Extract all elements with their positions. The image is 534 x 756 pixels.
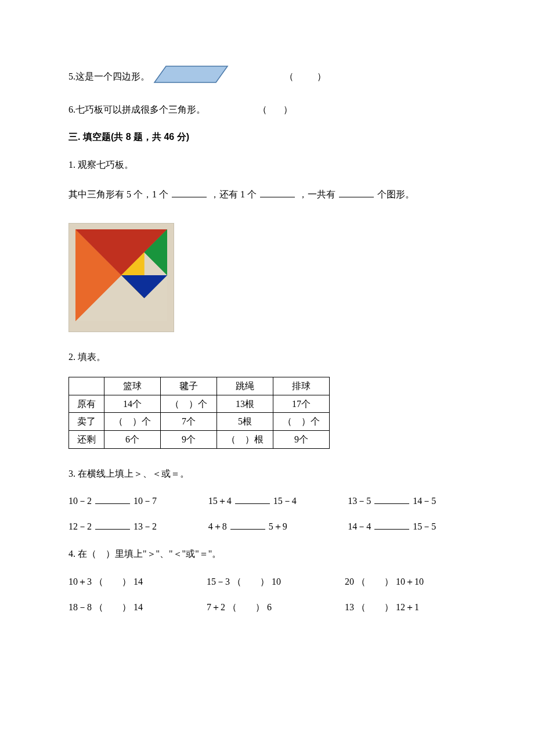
rhs: 15－4 <box>273 496 297 506</box>
q-number: 5. <box>68 69 75 84</box>
compare-item: 12－2 13－2 <box>68 519 186 534</box>
q-text: 这是一个四边形。 <box>75 69 150 84</box>
q-number: 4. <box>68 549 75 559</box>
lhs: 15＋4 <box>208 496 232 506</box>
lhs: 4＋8 <box>208 521 227 531</box>
table-row: 原有 14个 （ ）个 13根 17个 <box>69 395 330 413</box>
q-text: 七巧板可以拼成很多个三角形。 <box>75 102 205 117</box>
q-number: 3. <box>68 469 75 478</box>
q-number: 1. <box>68 160 75 170</box>
paren-right: ） <box>283 102 293 117</box>
q-text: 观察七巧板。 <box>78 160 134 170</box>
fill-blank[interactable] <box>95 520 130 530</box>
q-text: 在（ ）里填上"＞"、"＜"或"＝"。 <box>78 549 221 559</box>
fill-blank[interactable] <box>230 520 265 530</box>
paren-blank[interactable]: （ ） <box>94 602 131 612</box>
lhs: 10＋3 <box>68 577 92 586</box>
table-cell: 7个 <box>161 413 217 431</box>
table-cell[interactable]: （ ）个 <box>161 395 217 413</box>
compare-item: 4＋8 5＋9 <box>208 519 326 534</box>
compare-item: 15＋4 15－4 <box>208 494 326 509</box>
q-text-part: 其中三角形有 5 个，1 个 <box>68 189 168 199</box>
fill-q2-title: 2. 填表。 <box>68 350 466 365</box>
rhs: 10 <box>272 577 281 586</box>
table-cell[interactable]: （ ）个 <box>273 413 330 431</box>
compare-item: 14－4 15－5 <box>348 519 466 534</box>
fill-blank[interactable] <box>172 188 207 197</box>
paren-blank[interactable]: （ ） <box>94 577 131 586</box>
table-cell: 毽子 <box>161 377 217 395</box>
fill-blank[interactable] <box>95 494 130 504</box>
tangram-image <box>68 223 174 332</box>
paren-blank[interactable]: （ ） <box>356 602 394 612</box>
svg-marker-0 <box>154 66 228 82</box>
fill-blank[interactable] <box>235 494 270 504</box>
q-number: 6. <box>68 102 75 117</box>
trapezoid-icon <box>153 64 229 89</box>
table-cell: 13根 <box>217 395 273 413</box>
table-cell[interactable]: （ ）个 <box>104 413 161 431</box>
table-cell: 排球 <box>273 377 330 395</box>
compare-item: 10－2 10－7 <box>68 494 186 509</box>
fill-q1-sentence: 其中三角形有 5 个，1 个 ，还有 1 个 ，一共有 个图形。 <box>68 187 466 202</box>
compare-item: 13 （ ） 12＋1 <box>345 600 466 615</box>
table-cell: 卖了 <box>69 413 104 431</box>
lhs: 18－8 <box>68 602 92 612</box>
paren-left: （ <box>284 69 294 84</box>
compare-item: 13－5 14－5 <box>348 494 466 509</box>
q-text: 填表。 <box>78 352 106 362</box>
fill-blank[interactable] <box>374 520 409 530</box>
q-text-part: ，一共有 <box>298 189 335 199</box>
table-cell: 14个 <box>104 395 161 413</box>
compare-item: 20 （ ） 10＋10 <box>345 574 466 589</box>
paren-right: ） <box>317 69 326 84</box>
table-cell: 篮球 <box>104 377 161 395</box>
rhs: 5＋9 <box>269 521 287 531</box>
rhs: 10－7 <box>134 496 157 506</box>
compare-item: 7＋2 （ ） 6 <box>207 600 323 615</box>
rhs: 13－2 <box>134 521 157 531</box>
tf-q5: 5. 这是一个四边形。 （ ） <box>68 64 466 89</box>
fill-q2-table: 篮球 毽子 跳绳 排球 原有 14个 （ ）个 13根 17个 卖了 （ ）个 … <box>68 377 330 448</box>
fill-blank[interactable] <box>260 188 295 197</box>
fill-blank[interactable] <box>339 188 374 197</box>
table-cell: 9个 <box>273 430 330 448</box>
table-row: 卖了 （ ）个 7个 5根 （ ）个 <box>69 413 330 431</box>
lhs: 7＋2 <box>207 602 225 612</box>
lhs: 10－2 <box>68 496 92 506</box>
table-cell[interactable]: （ ）根 <box>217 430 273 448</box>
rhs: 10＋10 <box>396 577 424 586</box>
rhs: 14 <box>134 602 143 612</box>
table-cell <box>69 377 104 395</box>
worksheet-page: 5. 这是一个四边形。 （ ） 6. 七巧板可以拼成很多个三角形。 （ ） 三.… <box>0 0 534 674</box>
table-cell: 17个 <box>273 395 330 413</box>
table-cell: 跳绳 <box>217 377 273 395</box>
rhs: 6 <box>267 602 272 612</box>
table-cell: 5根 <box>217 413 273 431</box>
paren-blank[interactable]: （ ） <box>232 577 269 586</box>
fill-q4-grid: 10＋3 （ ） 14 15－3 （ ） 10 20 （ ） 10＋10 18－… <box>68 574 466 614</box>
fill-q3-title: 3. 在横线上填上＞、＜或＝。 <box>68 466 466 481</box>
table-cell: 原有 <box>69 395 104 413</box>
paren-blank[interactable]: （ ） <box>356 577 394 586</box>
q-text-part: 个图形。 <box>377 189 414 199</box>
fill-q3-grid: 10－2 10－7 15＋4 15－4 13－5 14－5 12－2 13－2 … <box>68 494 466 534</box>
table-row: 篮球 毽子 跳绳 排球 <box>69 377 330 395</box>
table-cell: 6个 <box>104 430 161 448</box>
table-row: 还剩 6个 9个 （ ）根 9个 <box>69 430 330 448</box>
lhs: 20 <box>345 577 354 586</box>
rhs: 15－5 <box>413 521 436 531</box>
table-cell: 还剩 <box>69 430 104 448</box>
compare-item: 18－8 （ ） 14 <box>68 600 185 615</box>
tf-q6: 6. 七巧板可以拼成很多个三角形。 （ ） <box>68 102 466 117</box>
fill-q4-title: 4. 在（ ）里填上"＞"、"＜"或"＝"。 <box>68 546 466 561</box>
rhs: 14 <box>134 577 143 586</box>
rhs: 14－5 <box>413 496 436 506</box>
section-3-heading: 三. 填空题(共 8 题，共 46 分) <box>68 129 466 145</box>
paren-blank[interactable]: （ ） <box>228 602 265 612</box>
compare-item: 15－3 （ ） 10 <box>207 574 323 589</box>
lhs: 14－4 <box>348 521 371 531</box>
fill-blank[interactable] <box>374 494 409 504</box>
rhs: 12＋1 <box>396 602 419 612</box>
lhs: 13 <box>345 602 354 612</box>
